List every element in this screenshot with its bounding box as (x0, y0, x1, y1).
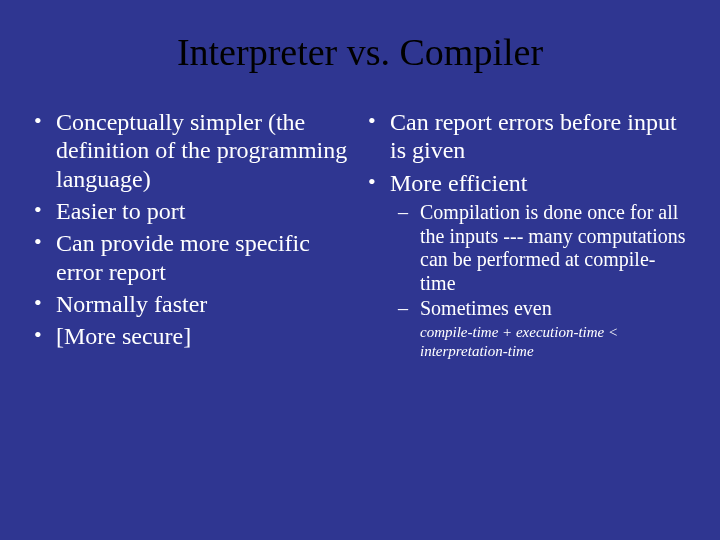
right-column: Can report errors before input is given … (364, 108, 690, 364)
sublist-item: Sometimes even (390, 297, 690, 321)
sublist-note: compile-time + execution-time < interpre… (390, 323, 690, 361)
left-list: Conceptually simpler (the definition of … (30, 108, 356, 351)
left-column: Conceptually simpler (the definition of … (30, 108, 356, 364)
list-item-label: More efficient (390, 170, 528, 196)
right-sublist: Compilation is done once for all the inp… (390, 201, 690, 321)
right-list: Can report errors before input is given … (364, 108, 690, 360)
sublist-item: Compilation is done once for all the inp… (390, 201, 690, 295)
list-item: Normally faster (30, 290, 356, 318)
list-item: Can provide more specific error report (30, 229, 356, 286)
list-item: Conceptually simpler (the definition of … (30, 108, 356, 193)
slide-title: Interpreter vs. Compiler (30, 30, 690, 74)
list-item: Easier to port (30, 197, 356, 225)
columns: Conceptually simpler (the definition of … (30, 108, 690, 364)
list-item: More efficient Compilation is done once … (364, 169, 690, 361)
list-item: [More secure] (30, 322, 356, 350)
list-item: Can report errors before input is given (364, 108, 690, 165)
slide: Interpreter vs. Compiler Conceptually si… (0, 0, 720, 540)
